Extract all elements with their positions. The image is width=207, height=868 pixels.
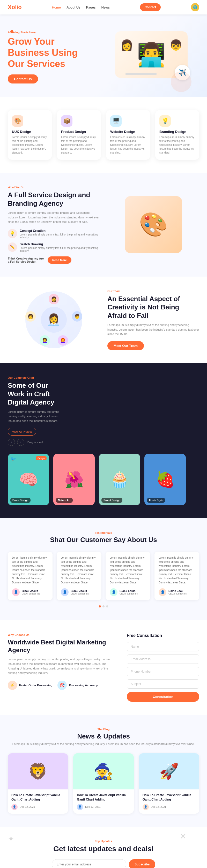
testimonials-tag: Testimonials bbox=[8, 531, 199, 534]
branding-footer: Think Creative Agency Are a Full Service… bbox=[8, 256, 99, 264]
portfolio-card-badge-1: Design bbox=[36, 456, 47, 460]
service-title-branding: Branding Design bbox=[159, 130, 195, 134]
service-card-product: 📦 Product Design Lorem ipsum is simply d… bbox=[57, 110, 101, 160]
portfolio-card-1: 🧠 Brain Design Design 🐦 bbox=[8, 454, 49, 505]
testimonial-name-2: Black Jackit bbox=[71, 589, 90, 592]
hero-title: Grow Your Business Using Our Services bbox=[8, 36, 104, 69]
dot-1[interactable] bbox=[99, 606, 101, 608]
branding-content: What We Do A Full Service Design and Bra… bbox=[8, 186, 99, 264]
order-icon: ⚡ bbox=[8, 681, 17, 690]
team-visual: 👩‍💼 👩 🧑 👨 👩‍🦱 👩‍🦰 bbox=[8, 291, 99, 348]
view-all-project-button[interactable]: View All Project bbox=[8, 428, 36, 436]
logo[interactable]: Xolio bbox=[8, 4, 22, 10]
team-desc: Lorem ipsum is simply dummy text of the … bbox=[108, 323, 199, 337]
news-section: The Blog News & Updates Lorem ipsum is s… bbox=[0, 715, 207, 827]
portfolio-card-4: 🍓 Fresh Style bbox=[144, 454, 186, 505]
portfolio-card-label-4: Fresh Style bbox=[147, 498, 165, 503]
portfolio-nav: ‹ › Drag to scroll bbox=[8, 439, 65, 446]
testimonial-avatar-2: 👤 bbox=[61, 588, 68, 596]
portfolio-tag: Our Complete Craft bbox=[8, 376, 65, 379]
news-date-2: Dec 12, 2021 bbox=[85, 805, 101, 808]
portfolio-card-2: 🌺 Nature Art bbox=[53, 454, 95, 505]
dot-3[interactable] bbox=[106, 606, 108, 608]
team-section: 👩‍💼 👩 🧑 👨 👩‍🦱 👩‍🦰 Our Team An Essential … bbox=[0, 277, 207, 363]
contact-button[interactable]: Contact bbox=[140, 3, 161, 11]
portfolio-card-deco-1: 🐦 bbox=[10, 456, 16, 462]
testimonial-avatar-4: 👤 bbox=[158, 588, 167, 596]
testimonial-author-3: 👤 Black Louis CEO/Founder Inc. bbox=[110, 588, 146, 596]
team-avatar-bl: 👩‍🦱 bbox=[39, 335, 50, 346]
news-card-1: 🦁 How To Create JavaScript Vanilla Gantt… bbox=[8, 753, 68, 814]
newsletter-section: ✦ ✦ ✕ Top Updates Get latest updates and… bbox=[0, 827, 207, 868]
dot-2[interactable] bbox=[102, 606, 105, 608]
news-grid: 🦁 How To Create JavaScript Vanilla Gantt… bbox=[8, 753, 199, 814]
hero-content: Amazing Starts Here Grow Your Business U… bbox=[8, 31, 104, 84]
subscribe-button[interactable]: Subscribe bbox=[129, 859, 155, 868]
newsletter-title: Get latest updates and dealsi bbox=[8, 845, 199, 853]
portfolio-next-button[interactable]: › bbox=[17, 439, 24, 446]
testimonial-text-4: Lorem ipsum is simply dummy text of the … bbox=[158, 556, 195, 585]
testimonial-role-1: CEO/Founder Inc. bbox=[22, 592, 40, 595]
testimonial-text-1: Lorem ipsum is simply dummy text of the … bbox=[12, 556, 49, 585]
branding-icon: 💡 bbox=[159, 115, 171, 127]
testimonials-dots bbox=[8, 606, 199, 608]
portfolio-prev-button[interactable]: ‹ bbox=[8, 439, 15, 446]
service-title-uux: UUX Design bbox=[12, 130, 48, 134]
team-tag: Our Team bbox=[108, 289, 199, 292]
branding-tag: What We Do bbox=[8, 186, 99, 189]
hero-tag: Amazing Starts Here bbox=[8, 31, 104, 34]
portfolio-card-label-1: Brain Design bbox=[10, 498, 31, 503]
consultation-submit-button[interactable]: Consultation bbox=[127, 692, 199, 702]
consultation-title: Worldwide Best Digital Marketing Agency bbox=[8, 639, 116, 654]
service-card-uux: 🎨 UUX Design Lorem ipsum is simply dummy… bbox=[8, 110, 52, 160]
branding-title: A Full Service Design and Branding Agenc… bbox=[8, 191, 99, 208]
portfolio-card-img-3: 🧁 bbox=[99, 454, 140, 505]
testimonial-author-1: 👤 Black Jackit CEO/Founder Inc. bbox=[12, 588, 49, 596]
branding-illustration: 🎨 bbox=[108, 196, 199, 253]
portfolio-cards: 🧠 Brain Design Design 🐦 🌺 Nature Art 🧁 S… bbox=[0, 454, 207, 505]
portfolio-desc: Lorem ipsum is simply dummy text of the … bbox=[8, 410, 65, 424]
nav-links: Home About Us Pages News bbox=[52, 5, 110, 9]
feature-accuracy-text: Processing Accuracy bbox=[69, 684, 97, 687]
branding-section: What We Do A Full Service Design and Bra… bbox=[0, 173, 207, 277]
name-input[interactable] bbox=[127, 642, 199, 651]
news-img-3: 🚀 bbox=[139, 753, 199, 789]
hero-cta-button[interactable]: Contact Us bbox=[8, 74, 38, 84]
sketch-icon: ✏️ bbox=[8, 243, 17, 252]
portfolio-card-img-4: 🍓 bbox=[144, 454, 186, 505]
portfolio-header: Our Complete Craft Some of Our Work in C… bbox=[0, 376, 207, 454]
portfolio-card-label-2: Nature Art bbox=[56, 498, 73, 503]
email-input[interactable] bbox=[127, 654, 199, 664]
branding-footer-text: Think Creative Agency Are a Full Service… bbox=[8, 257, 44, 263]
newsletter-deco-2: ✦ bbox=[193, 866, 199, 868]
portfolio-nav-label: Drag to scroll bbox=[27, 441, 43, 444]
consultation-content: Why Choose Us Worldwide Best Digital Mar… bbox=[8, 633, 116, 690]
subject-input[interactable] bbox=[127, 679, 199, 689]
nav-home[interactable]: Home bbox=[52, 5, 61, 9]
navbar: Xolio Home About Us Pages News Contact 🌐 bbox=[0, 0, 207, 14]
phone-input[interactable] bbox=[127, 667, 199, 676]
hero-decoration bbox=[171, 71, 191, 92]
nav-about[interactable]: About Us bbox=[66, 5, 80, 9]
news-title: News & Updates bbox=[8, 732, 199, 740]
news-avatar-2: 👤 bbox=[77, 804, 83, 810]
read-more-button[interactable]: Read More bbox=[48, 256, 71, 264]
testimonial-author-2: 👤 Black Jackit CEO/Founder Inc. bbox=[61, 588, 97, 596]
news-date-3: Dec 12, 2021 bbox=[151, 805, 167, 808]
branding-desc: Lorem ipsum is simply dummy text of the … bbox=[8, 211, 99, 224]
nav-pages[interactable]: Pages bbox=[86, 5, 96, 9]
testimonial-text-3: Lorem ipsum is simply dummy text of the … bbox=[110, 556, 146, 585]
feature-desc-concept: Lorem ipsum is simply dummy text full of… bbox=[20, 233, 99, 239]
consultation-desc: Lorem ipsum is simply dummy text of the … bbox=[8, 657, 116, 675]
testimonial-avatar-1: 👤 bbox=[12, 588, 20, 596]
portfolio-content: Our Complete Craft Some of Our Work in C… bbox=[8, 376, 65, 446]
nav-news[interactable]: News bbox=[101, 5, 110, 9]
team-avatar-right: 👨 bbox=[72, 311, 82, 321]
testimonial-author-4: 👤 Davie Jock CEO/Founder Inc. bbox=[158, 588, 195, 596]
news-img-1: 🦁 bbox=[8, 753, 68, 789]
testimonials-title: Shat Our Customer Say About Us bbox=[8, 536, 199, 544]
feature-title-concept: Concept Creation bbox=[20, 229, 99, 232]
newsletter-email-input[interactable] bbox=[52, 859, 126, 868]
portfolio-card-img-2: 🌺 bbox=[53, 454, 95, 505]
meet-team-button[interactable]: Meet Our Team bbox=[108, 341, 144, 350]
